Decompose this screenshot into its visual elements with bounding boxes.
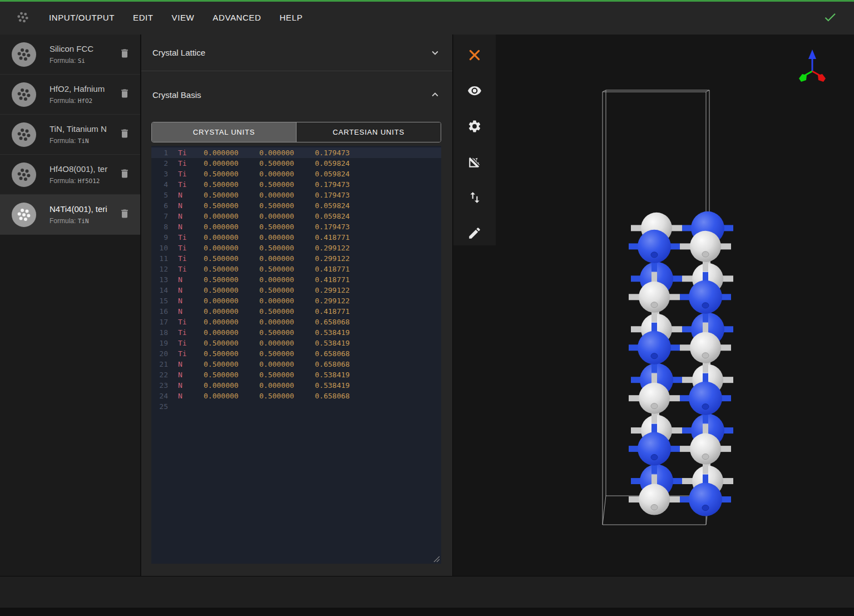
atom-n[interactable] [690,332,721,363]
material-formula: Formula: TiN [50,137,113,145]
check-icon [823,10,837,24]
atom-n[interactable] [639,484,670,515]
footer-bar [0,576,854,608]
section-crystal-lattice[interactable]: Crystal Lattice [141,35,452,71]
materials-sidebar: Silicon FCCFormula: SiHfO2, HafniumFormu… [0,35,141,576]
basis-line-11[interactable]: 11Ti0.5000000.0000000.299122 [151,253,441,264]
properties-panel: Crystal Lattice Crystal Basis CRYSTAL UN… [141,35,453,576]
basis-line-7[interactable]: 7N0.0000000.0000000.059824 [151,211,441,221]
material-avatar [12,82,36,107]
viewer-toolbar [453,35,496,245]
basis-line-2[interactable]: 2Ti0.0000000.5000000.059824 [151,158,441,169]
material-name: N4Ti4(001), teri [50,204,113,214]
basis-line-8[interactable]: 8N0.0000000.5000000.179473 [151,221,441,232]
basis-line-12[interactable]: 12Ti0.5000000.5000000.418771 [151,264,441,274]
eye-icon[interactable] [467,83,482,99]
structure-viewer-3d[interactable] [453,35,854,576]
basis-line-20[interactable]: 20Ti0.5000000.5000000.658068 [151,348,441,359]
measure-icon[interactable] [467,155,482,170]
delete-material-button[interactable] [118,167,131,182]
delete-material-button[interactable] [118,87,131,102]
material-name: TiN, Titanium N [50,124,113,134]
atom-ti[interactable] [689,280,722,314]
material-name: HfO2, Hafnium [50,84,113,93]
tab-cartesian-units[interactable]: CARTESIAN UNITS [296,122,441,142]
basis-line-4[interactable]: 4Ti0.5000000.5000000.179473 [151,179,441,190]
trash-icon [119,167,130,180]
basis-line-24[interactable]: 24N0.0000000.5000000.658068 [151,391,441,401]
basis-line-5[interactable]: 5N0.5000000.0000000.179473 [151,190,441,200]
basis-coordinates-editor[interactable]: 1Ti0.0000000.0000000.1794732Ti0.0000000.… [151,146,441,564]
basis-line-13[interactable]: 13N0.5000000.0000000.418771 [151,274,441,285]
basis-line-18[interactable]: 18Ti0.0000000.5000000.538419 [151,327,441,338]
material-name: Hf4O8(001), ter [50,164,113,174]
basis-line-21[interactable]: 21N0.5000000.0000000.658068 [151,359,441,369]
basis-line-1[interactable]: 1Ti0.0000000.0000000.179473 [151,147,441,158]
material-name: Silicon FCC [50,44,113,53]
atom-ti[interactable] [638,331,671,364]
basis-lines: 1Ti0.0000000.0000000.1794732Ti0.0000000.… [151,147,441,412]
units-tab-group: CRYSTAL UNITS CARTESIAN UNITS [151,122,441,142]
basis-line-14[interactable]: 14N0.5000000.5000000.299122 [151,285,441,295]
edit-icon[interactable] [467,226,482,242]
atom-n[interactable] [690,433,721,465]
atom-n[interactable] [690,231,721,262]
basis-line-6[interactable]: 6N0.5000000.5000000.059824 [151,200,441,211]
menu-advanced[interactable]: ADVANCED [213,13,261,22]
delete-material-button[interactable] [118,47,131,62]
trash-icon [119,208,130,220]
chevron-down-icon[interactable] [429,47,441,59]
basis-line-16[interactable]: 16N0.0000000.5000000.418771 [151,306,441,317]
basis-line-10[interactable]: 10Ti0.0000000.5000000.299122 [151,243,441,253]
basis-line-15[interactable]: 15N0.0000000.0000000.299122 [151,295,441,306]
trash-icon [119,47,130,60]
material-item-4[interactable]: N4Ti4(001), teriFormula: TiN [0,195,140,235]
close-icon[interactable] [467,48,482,63]
swap-vertical-icon[interactable] [467,190,482,206]
basis-line-23[interactable]: 23N0.0000000.0000000.538419 [151,380,441,391]
menu-bar: INPUT/OUTPUTEDITVIEWADVANCEDHELP [49,13,303,22]
section-title: Crystal Basis [152,90,201,100]
material-item-1[interactable]: HfO2, HafniumFormula: HfO2 [0,75,140,115]
trash-icon [119,127,130,140]
settings-icon[interactable] [467,119,482,135]
material-avatar [12,203,36,227]
atoms-layer[interactable] [629,211,733,516]
material-item-2[interactable]: TiN, Titanium NFormula: TiN [0,115,140,155]
materials-designer-app: INPUT/OUTPUTEDITVIEWADVANCEDHELP Silicon… [0,0,854,616]
basis-line-22[interactable]: 22N0.5000000.5000000.538419 [151,369,441,380]
menu-view[interactable]: VIEW [172,13,195,22]
material-formula: Formula: TiN [50,217,113,225]
basis-line-9[interactable]: 9Ti0.0000000.0000000.418771 [151,232,441,243]
tab-crystal-units[interactable]: CRYSTAL UNITS [152,122,296,142]
topbar: INPUT/OUTPUTEDITVIEWADVANCEDHELP [0,0,854,35]
section-title: Crystal Lattice [152,48,205,57]
delete-material-button[interactable] [118,127,131,142]
app-logo-icon[interactable] [13,8,32,27]
atom-n[interactable] [639,383,670,414]
resize-handle-icon[interactable] [433,555,440,562]
basis-line-3[interactable]: 3Ti0.5000000.0000000.059824 [151,169,441,179]
atom-ti[interactable] [638,432,671,466]
material-item-0[interactable]: Silicon FCCFormula: Si [0,35,140,75]
basis-line-17[interactable]: 17Ti0.0000000.0000000.658068 [151,317,441,327]
basis-line-19[interactable]: 19Ti0.5000000.0000000.538419 [151,338,441,348]
top-accent-line [0,0,854,2]
atom-n[interactable] [639,282,670,313]
atom-ti[interactable] [689,382,722,415]
trash-icon [119,87,130,100]
menu-input-output[interactable]: INPUT/OUTPUT [49,13,115,22]
menu-help[interactable]: HELP [279,13,303,22]
menu-edit[interactable]: EDIT [133,13,154,22]
delete-material-button[interactable] [118,208,131,222]
chevron-up-icon[interactable] [429,88,441,101]
crystal-scene[interactable] [453,35,854,576]
atom-ti[interactable] [689,483,722,516]
basis-line-25[interactable]: 25 [151,401,441,412]
material-item-3[interactable]: Hf4O8(001), terFormula: Hf5O12 [0,155,140,195]
material-avatar [12,122,36,147]
material-formula: Formula: Hf5O12 [50,177,113,185]
material-formula: Formula: Si [50,57,113,65]
section-crystal-basis[interactable]: Crystal Basis [141,71,452,118]
atom-ti[interactable] [638,230,671,263]
